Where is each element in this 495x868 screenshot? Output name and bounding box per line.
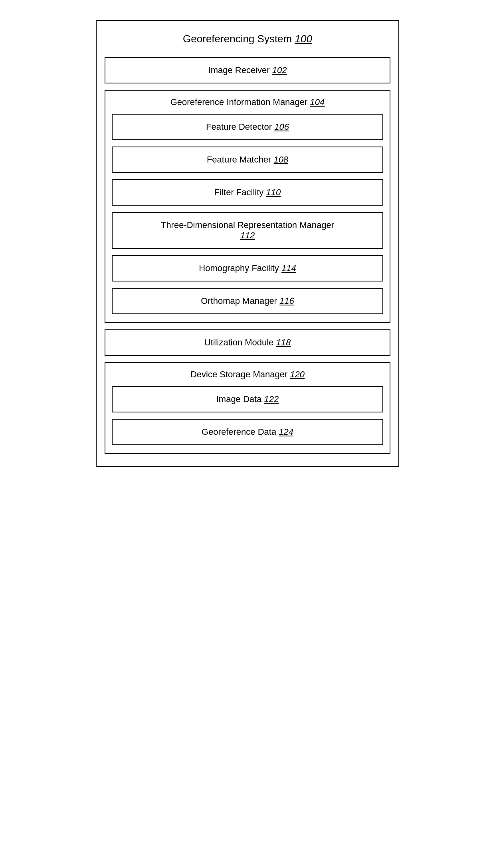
georeference-data-ref: 124 [279,427,293,437]
filter-facility-text: Filter Facility [214,187,263,197]
outer-title-text: Georeferencing System [183,33,292,45]
utilization-module-text: Utilization Module [204,337,274,347]
image-receiver-text: Image Receiver [208,65,270,75]
feature-matcher-ref: 108 [273,155,288,164]
image-data-ref: 122 [264,394,279,404]
filter-facility-ref: 110 [266,187,281,197]
homography-facility-box: Homography Facility 114 [112,255,383,281]
georeference-data-box: Georeference Data 124 [112,419,383,445]
device-storage-manager-title: Device Storage Manager 120 [112,369,383,380]
three-d-ref: 112 [240,230,255,240]
outer-title-ref: 100 [295,33,312,45]
image-data-box: Image Data 122 [112,386,383,412]
feature-detector-ref: 106 [274,122,289,132]
utilization-module-box: Utilization Module 118 [105,329,390,356]
filter-facility-box: Filter Facility 110 [112,179,383,206]
homography-facility-ref: 114 [281,263,296,273]
image-receiver-box: Image Receiver 102 [105,57,390,83]
device-storage-manager-ref: 120 [290,369,305,379]
georef-info-manager-container: Georeference Information Manager 104 Fea… [105,90,390,323]
georef-manager-ref: 104 [310,97,325,107]
georeference-data-text: Georeference Data [202,427,276,437]
feature-detector-box: Feature Detector 106 [112,114,383,140]
device-storage-manager-container: Device Storage Manager 120 Image Data 12… [105,362,390,454]
georef-manager-title: Georeference Information Manager 104 [112,97,383,107]
orthomap-manager-text: Orthomap Manager [201,296,277,306]
image-data-text: Image Data [216,394,262,404]
feature-matcher-box: Feature Matcher 108 [112,147,383,173]
three-d-representation-box: Three-Dimensional Representation Manager… [112,212,383,249]
three-d-text: Three-Dimensional Representation Manager [161,220,334,230]
homography-facility-text: Homography Facility [199,263,279,273]
feature-matcher-text: Feature Matcher [207,155,271,164]
orthomap-manager-box: Orthomap Manager 116 [112,288,383,314]
georeferencing-system-diagram: Georeferencing System 100 Image Receiver… [96,20,399,467]
utilization-module-ref: 118 [276,337,291,347]
outer-title: Georeferencing System 100 [105,29,390,49]
orthomap-manager-ref: 116 [279,296,294,306]
image-receiver-ref: 102 [272,65,287,75]
feature-detector-text: Feature Detector [206,122,272,132]
